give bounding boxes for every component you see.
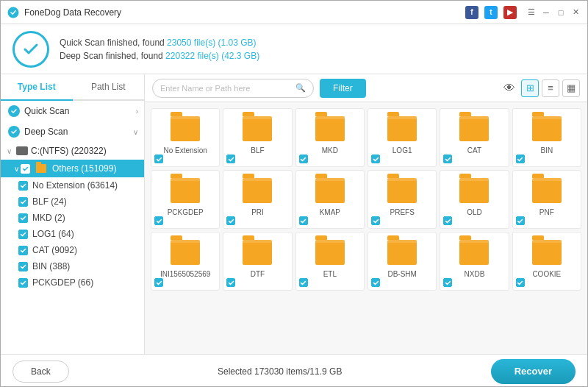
- cb-blf[interactable]: [18, 197, 28, 207]
- youtube-icon[interactable]: ▶: [503, 6, 517, 19]
- file-cb[interactable]: [443, 216, 452, 225]
- app-title: FoneDog Data Recovery: [24, 7, 465, 18]
- file-card-blf[interactable]: BLF: [223, 108, 292, 167]
- file-label: OLD: [467, 207, 482, 217]
- sidebar-item-blf[interactable]: BLF (24): [1, 194, 144, 210]
- file-card-ini[interactable]: INI1565052569: [151, 232, 220, 291]
- svg-point-0: [8, 7, 19, 18]
- file-card-log1[interactable]: LOG1: [368, 108, 437, 167]
- drive-row[interactable]: ∨ C:(NTFS) (220322): [1, 142, 144, 160]
- tab-path-list[interactable]: Path List: [73, 74, 145, 101]
- file-cb[interactable]: [371, 155, 380, 163]
- file-card-old[interactable]: OLD: [440, 170, 509, 229]
- file-cb[interactable]: [443, 155, 452, 163]
- file-card-pnf[interactable]: PNF: [512, 170, 581, 229]
- deep-scan-status: Deep Scan finished, found 220322 file(s)…: [60, 51, 259, 61]
- others-checkbox[interactable]: [21, 164, 30, 174]
- facebook-icon[interactable]: f: [465, 6, 478, 19]
- file-label: COOKIE: [532, 269, 561, 279]
- file-label: DB-SHM: [387, 269, 416, 279]
- file-cb[interactable]: [154, 216, 163, 225]
- quick-scan-count: 23050 file(s) (1.03 GB): [167, 38, 256, 48]
- cb-log1[interactable]: [18, 230, 28, 239]
- file-label: KMAP: [320, 207, 340, 217]
- label-blf: BLF (24): [32, 196, 67, 207]
- file-card-pckgdep[interactable]: PCKGDEP: [151, 170, 220, 229]
- sidebar-item-deep-scan[interactable]: Deep Scan ∨: [1, 121, 144, 142]
- label-pckgdep: PCKGDEP (66): [32, 277, 93, 288]
- selected-info: Selected 173030 items/11.9 GB: [69, 366, 491, 377]
- cb-no-extension[interactable]: [18, 181, 28, 191]
- filter-button[interactable]: Filter: [320, 79, 366, 98]
- sidebar-item-cat[interactable]: CAT (9092): [1, 242, 144, 258]
- sidebar-item-log1[interactable]: LOG1 (64): [1, 226, 144, 242]
- quick-scan-label: Quick Scan: [24, 106, 69, 116]
- content-toolbar: Enter Name or Path here 🔍 Filter 👁 ⊞ ≡ ▦: [145, 74, 587, 102]
- tab-type-list[interactable]: Type List: [1, 74, 73, 101]
- file-card-etl[interactable]: ETL: [295, 232, 365, 291]
- label-cat: CAT (9092): [32, 245, 77, 255]
- sidebar-item-bin[interactable]: BIN (388): [1, 258, 144, 274]
- cb-bin[interactable]: [18, 262, 28, 271]
- file-card-db-shm[interactable]: DB-SHM: [368, 232, 437, 291]
- file-label: MKD: [322, 146, 338, 155]
- file-cb[interactable]: [299, 155, 308, 163]
- file-label: PNF: [539, 207, 554, 217]
- file-cb[interactable]: [299, 216, 308, 225]
- grid-view-button[interactable]: ⊞: [521, 79, 539, 97]
- folder-icon: [243, 240, 272, 265]
- twitter-icon[interactable]: t: [484, 6, 498, 19]
- detail-view-button[interactable]: ▦: [562, 79, 580, 97]
- file-card-mkd[interactable]: MKD: [295, 108, 365, 167]
- list-view-button[interactable]: ≡: [542, 79, 559, 97]
- search-placeholder: Enter Name or Path here: [160, 84, 295, 93]
- sidebar-item-no-extension[interactable]: No Extension (63614): [1, 177, 144, 194]
- drive-icon: [16, 146, 28, 155]
- file-card-pri[interactable]: PRI: [223, 170, 292, 229]
- recover-button[interactable]: Recover: [491, 359, 576, 384]
- file-label: BLF: [251, 146, 264, 155]
- file-card-kmap[interactable]: KMAP: [295, 170, 365, 229]
- file-card-bin[interactable]: BIN: [512, 108, 581, 167]
- file-cb[interactable]: [154, 155, 163, 163]
- back-button[interactable]: Back: [12, 361, 69, 383]
- folder-icon: [387, 240, 417, 265]
- file-cb[interactable]: [516, 216, 525, 225]
- file-cb[interactable]: [516, 155, 525, 163]
- sidebar-item-quick-scan[interactable]: Quick Scan ›: [1, 101, 144, 121]
- search-box[interactable]: Enter Name or Path here 🔍: [152, 79, 314, 98]
- cb-pckgdep[interactable]: [18, 278, 28, 288]
- file-cb[interactable]: [443, 278, 452, 287]
- file-cb[interactable]: [516, 278, 525, 287]
- folder-icon: [315, 116, 345, 141]
- bottom-bar: Back Selected 173030 items/11.9 GB Recov…: [1, 354, 587, 387]
- sidebar-item-mkd[interactable]: MKD (2): [1, 210, 144, 226]
- minimize-button[interactable]: ─: [540, 7, 552, 18]
- file-label: NXDB: [465, 269, 485, 279]
- file-cb[interactable]: [371, 278, 380, 287]
- eye-icon[interactable]: 👁: [503, 82, 515, 95]
- file-card-cat[interactable]: CAT: [440, 108, 509, 167]
- folder-icon: [532, 240, 562, 265]
- file-cb[interactable]: [226, 155, 235, 163]
- file-cb[interactable]: [226, 278, 235, 287]
- file-card-dtf[interactable]: DTF: [223, 232, 292, 291]
- file-cb[interactable]: [371, 216, 380, 225]
- file-cb[interactable]: [226, 216, 235, 225]
- file-card-prefs[interactable]: PREFS: [368, 170, 437, 229]
- sidebar-item-pckgdep[interactable]: PCKGDEP (66): [1, 274, 144, 291]
- sidebar-item-others[interactable]: ∨ Others (151099): [1, 160, 144, 177]
- file-cb[interactable]: [154, 278, 163, 287]
- folder-icon: [532, 116, 562, 141]
- file-cb[interactable]: [299, 278, 308, 287]
- deep-scan-check: [8, 126, 20, 138]
- file-card-nxdb[interactable]: NXDB: [440, 232, 509, 291]
- search-icon: 🔍: [295, 83, 306, 93]
- cb-cat[interactable]: [18, 246, 28, 255]
- menu-button[interactable]: ☰: [526, 7, 537, 18]
- file-card-no-extension[interactable]: No Extension: [151, 108, 220, 167]
- maximize-button[interactable]: □: [555, 7, 567, 18]
- close-button[interactable]: ✕: [570, 7, 581, 18]
- cb-mkd[interactable]: [18, 213, 28, 223]
- file-card-cookie[interactable]: COOKIE: [512, 232, 581, 291]
